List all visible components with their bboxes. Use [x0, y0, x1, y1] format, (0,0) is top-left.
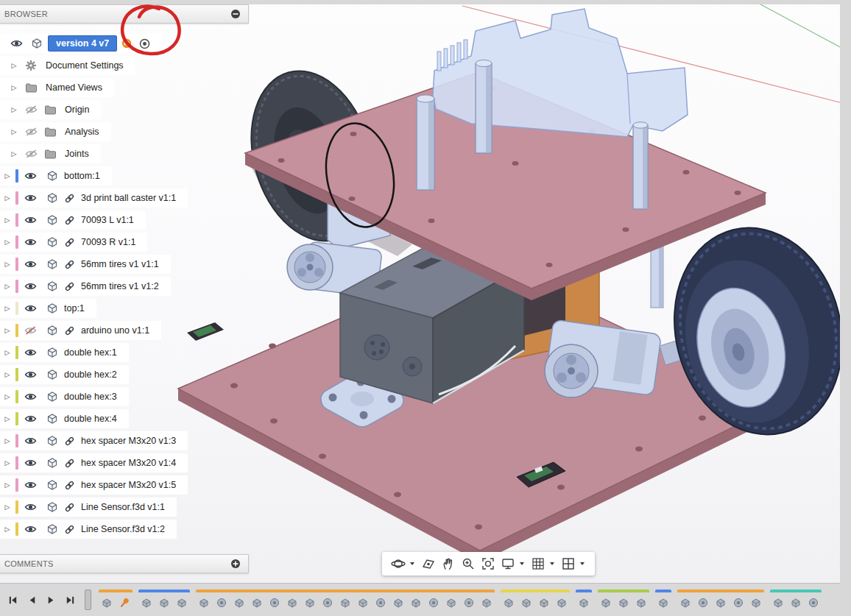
- timeline-feature-component-icon[interactable]: [337, 594, 353, 612]
- expand-icon[interactable]: ▷: [9, 128, 19, 135]
- timeline-feature-component-icon[interactable]: [598, 594, 614, 612]
- timeline-feature-component-icon[interactable]: [655, 594, 671, 612]
- timeline-feature-component-icon[interactable]: [156, 594, 172, 612]
- component-color-swatch[interactable]: [15, 390, 18, 403]
- expand-icon[interactable]: ▷: [2, 415, 13, 422]
- component-color-swatch[interactable]: [15, 412, 18, 425]
- component-color-swatch[interactable]: [15, 478, 18, 492]
- visibility-eye-hidden-icon[interactable]: [25, 105, 38, 114]
- visibility-eye-icon[interactable]: [24, 459, 39, 467]
- expand-icon[interactable]: ▷: [9, 84, 19, 91]
- timeline-go-to-start-button[interactable]: [7, 595, 18, 606]
- dropdown-caret-icon[interactable]: [520, 562, 524, 565]
- visibility-eye-icon[interactable]: [24, 216, 39, 224]
- visibility-eye-icon[interactable]: [24, 481, 39, 489]
- add-comment-button[interactable]: [230, 559, 241, 569]
- expand-icon[interactable]: ▷: [9, 106, 19, 113]
- timeline-feature-component-icon[interactable]: [615, 594, 632, 612]
- timeline-feature-component-icon[interactable]: [536, 594, 552, 612]
- timeline-feature-pin-icon[interactable]: [116, 594, 133, 612]
- nav-fit-button[interactable]: [479, 555, 497, 573]
- timeline-feature-component-icon[interactable]: [443, 594, 459, 612]
- component-color-swatch[interactable]: [15, 280, 18, 293]
- expand-icon[interactable]: ▷: [2, 172, 13, 180]
- component-color-swatch[interactable]: [15, 169, 18, 183]
- timeline-feature-component-icon[interactable]: [770, 594, 786, 612]
- component-color-swatch[interactable]: [15, 500, 18, 514]
- nav-display-settings-button[interactable]: [499, 555, 517, 573]
- expand-icon[interactable]: ▷: [2, 393, 13, 400]
- timeline-feature-component-icon[interactable]: [231, 594, 247, 612]
- browser-component-row[interactable]: ▷56mm tires v1 v1:1: [0, 255, 171, 274]
- component-color-swatch[interactable]: [15, 434, 18, 447]
- timeline-feature-motor-icon[interactable]: [461, 594, 477, 612]
- browser-folder-row[interactable]: ▷Analysis: [0, 122, 111, 141]
- timeline-playhead[interactable]: [85, 590, 91, 610]
- component-color-swatch[interactable]: [15, 456, 18, 470]
- timeline-play-button[interactable]: [46, 595, 57, 606]
- browser-component-row[interactable]: ▷double hex:1: [0, 343, 129, 362]
- timeline-feature-component-icon[interactable]: [138, 594, 155, 612]
- browser-component-row[interactable]: ▷70093 L v1:1: [0, 210, 146, 230]
- browser-folder-row[interactable]: ▷Named Views: [0, 78, 114, 97]
- browser-component-row[interactable]: ▷hex spacer M3x20 v1:3: [0, 431, 188, 450]
- expand-icon[interactable]: ▷: [2, 194, 13, 202]
- activate-component-radio[interactable]: [139, 38, 150, 49]
- timeline-feature-component-icon[interactable]: [788, 594, 804, 612]
- visibility-eye-hidden-icon[interactable]: [25, 127, 38, 136]
- visibility-eye-icon[interactable]: [24, 282, 39, 291]
- visibility-eye-icon[interactable]: [24, 370, 39, 379]
- timeline-feature-component-icon[interactable]: [408, 594, 424, 612]
- browser-component-row[interactable]: ▷arduino uno v1:1: [0, 321, 161, 340]
- timeline-feature-component-icon[interactable]: [390, 594, 406, 612]
- component-color-swatch[interactable]: [15, 213, 18, 227]
- visibility-eye-icon[interactable]: [24, 238, 39, 247]
- timeline-feature-component-icon[interactable]: [518, 594, 534, 612]
- browser-component-row[interactable]: ▷bottom:1: [0, 166, 112, 185]
- component-color-swatch[interactable]: [15, 302, 18, 315]
- timeline-feature-component-icon[interactable]: [633, 594, 649, 612]
- timeline-feature-motor-icon[interactable]: [426, 594, 442, 612]
- timeline-feature-motor-icon[interactable]: [266, 594, 283, 612]
- component-color-swatch[interactable]: [15, 523, 18, 536]
- browser-component-row[interactable]: ▷3d print ball caster v1:1: [0, 188, 188, 208]
- arduino-silhouette[interactable]: [433, 9, 688, 137]
- timeline-feature-component-icon[interactable]: [576, 594, 592, 612]
- timeline-feature-component-icon[interactable]: [554, 594, 570, 612]
- timeline-feature-component-icon[interactable]: [748, 594, 764, 612]
- expand-icon[interactable]: ▷: [2, 371, 13, 378]
- timeline-feature-component-icon[interactable]: [677, 594, 693, 612]
- timeline-feature-component-icon[interactable]: [355, 594, 371, 612]
- visibility-eye-icon[interactable]: [24, 304, 39, 313]
- component-color-swatch[interactable]: [15, 191, 18, 205]
- expand-icon[interactable]: ▷: [2, 261, 13, 268]
- nav-grid-and-snaps-button[interactable]: [529, 555, 547, 573]
- timeline-feature-component-icon[interactable]: [302, 594, 318, 612]
- nav-look-at-button[interactable]: [420, 555, 437, 573]
- nav-viewports-button[interactable]: [559, 555, 577, 573]
- expand-icon[interactable]: ▷: [2, 238, 13, 246]
- expand-icon[interactable]: ▷: [2, 327, 13, 334]
- browser-folder-row[interactable]: ▷Joints: [0, 144, 101, 163]
- nav-orbit-button[interactable]: [389, 555, 407, 573]
- timeline-feature-component-icon[interactable]: [284, 594, 300, 612]
- timeline-feature-motor-icon[interactable]: [213, 594, 230, 612]
- timeline-feature-component-icon[interactable]: [713, 594, 729, 612]
- browser-component-row[interactable]: ▷hex spacer M3x20 v1:4: [0, 453, 188, 472]
- expand-icon[interactable]: ▷: [2, 437, 13, 445]
- visibility-eye-icon[interactable]: [24, 171, 39, 180]
- component-color-swatch[interactable]: [15, 346, 18, 359]
- visibility-eye-icon[interactable]: [24, 414, 39, 423]
- expand-icon[interactable]: ▷: [2, 525, 13, 533]
- expand-icon[interactable]: ▷: [2, 481, 13, 489]
- expand-icon[interactable]: ▷: [2, 216, 13, 224]
- browser-component-row[interactable]: ▷Line Sensor.f3d v1:1: [0, 498, 177, 517]
- expand-icon[interactable]: ▷: [2, 503, 13, 511]
- expand-icon[interactable]: ▷: [9, 62, 19, 69]
- expand-icon[interactable]: ▷: [2, 349, 13, 356]
- collapse-panel-button[interactable]: [230, 9, 241, 19]
- visibility-eye-hidden-icon[interactable]: [25, 149, 38, 158]
- timeline-feature-component-icon[interactable]: [174, 594, 190, 612]
- visibility-eye-icon[interactable]: [10, 39, 25, 48]
- expand-icon[interactable]: ▷: [9, 150, 19, 157]
